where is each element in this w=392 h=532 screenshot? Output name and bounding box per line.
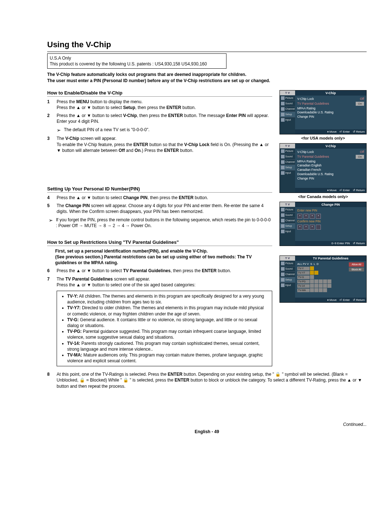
cat-tvma: TV-MA: Mature audiences only. This progr… [67,352,268,364]
step6-body: Press the ▲ or ▼ button to select TV Par… [57,268,272,274]
step2-num: 2 [47,113,52,124]
step2-body: Press the ▲ or ▼ button to select V-Chip… [57,113,272,124]
intro-l2: The user must enter a PIN (Personal ID n… [47,78,367,84]
patent-box: U.S.A Only This product is covered by th… [47,53,226,69]
input-icon [281,171,285,175]
intro: The V-Chip feature automatically locks o… [47,72,367,83]
cat-tvy: TV-Y: All children. The themes and eleme… [67,293,268,305]
input-icon [281,230,285,233]
osd-caption-canada: <for Canada models only> [279,194,367,199]
block-all-button: Block All [349,267,364,272]
categories-box: TV-Y: All children. The themes and eleme… [57,291,272,366]
cat-tvpg: TV-PG: Parental guidance suggested. This… [67,329,268,340]
sound-icon [281,155,285,158]
step6-num: 6 [47,268,52,274]
title-rule [47,52,367,52]
patent-line2: This product is covered by the following… [50,61,224,67]
picture-icon [281,208,285,211]
channel-icon [281,107,285,111]
step1-body: Press the MENU button to display the men… [57,99,272,110]
cat-tvy7: TV-Y7: Directed to older children. The t… [67,305,268,317]
step4-num: 4 [47,195,52,201]
step2-note: The default PIN of a new TV set is "0-0-… [64,127,150,134]
step4-body: Press the ▲ or ▼ button to select Change… [57,195,272,201]
patent-line1: U.S.A Only [50,55,224,61]
cat-tv14: TV-14: Parents strongly cautioned. This … [67,340,268,352]
setup-icon [281,166,285,169]
cat-tvg: TV-G: General audience. It contains litt… [67,317,268,329]
step3-body: The V-Chip screen will appear. To enable… [57,136,272,153]
setup-icon [281,224,285,228]
step5-num: 5 [47,203,52,214]
continued: Continued... [47,422,367,427]
section1-heading: How to Enable/Disable the V-Chip [47,90,272,96]
picture-icon [281,96,285,100]
sound-icon [281,213,285,217]
step5-body: The Change PIN screen will appear. Choos… [57,203,272,214]
channel-icon [281,273,285,276]
setup-icon [281,278,285,282]
step7-body: The TV Parental Guidelines screen will a… [57,276,272,288]
section3-heading: How to Set up Restrictions Using "TV Par… [47,239,272,245]
step8-body: At this point, one of the TV-Ratings is … [57,371,367,389]
intro-l1: The V-Chip feature automatically locks o… [47,72,367,77]
section2-heading: Setting Up Your Personal ID Number(PIN) [47,186,272,192]
arrow-icon: ➢ [57,127,61,134]
section2-note: If you forget the PIN, press the remote … [56,217,272,229]
channel-icon [281,160,285,164]
osd-tvpg: T V Picture Sound Channel Setup Input TV… [279,255,367,303]
picture-icon [281,149,285,153]
osd-change-pin: T V Picture Sound Channel Setup Input Ch… [279,202,367,246]
step7-num: 7 [47,276,52,288]
setup-icon [281,113,285,116]
page-title: Using the V-Chip [47,40,367,49]
input-icon [281,283,285,287]
page-footer: English - 49 [47,429,367,434]
step1-num: 1 [47,99,52,110]
sound-icon [281,102,285,105]
osd-vchip-canada: T V Picture Sound Channel Setup Input V-… [279,143,367,193]
step3-num: 3 [47,136,52,153]
step8-num: 8 [47,371,52,389]
osd-vchip-usa: T V Picture Sound Channel Setup Input V-… [279,90,367,134]
arrow-icon: ➢ [49,217,53,229]
osd-caption-usa: <for USA models only> [279,136,367,140]
section3-lead: First, set up a personal identification … [47,248,272,266]
picture-icon [281,262,285,265]
allow-all-button: Allow All [349,262,364,267]
sound-icon [281,267,285,271]
input-icon [281,118,285,122]
channel-icon [281,219,285,222]
